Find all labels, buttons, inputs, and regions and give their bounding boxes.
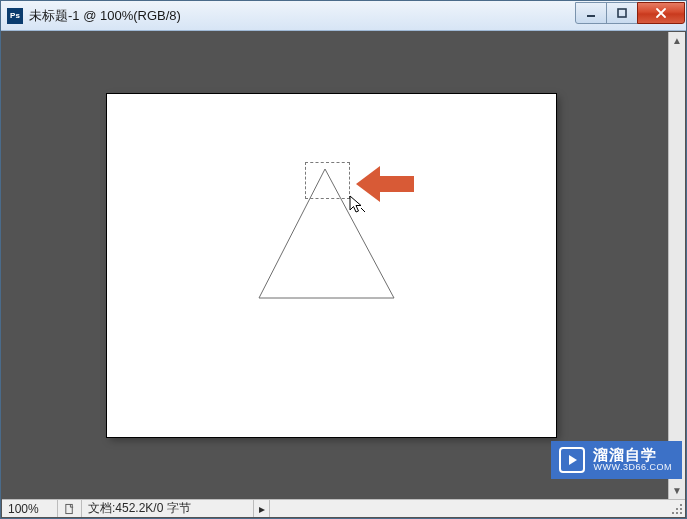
play-icon	[559, 447, 585, 473]
window-controls	[576, 2, 685, 24]
watermark-url: WWW.3D66.COM	[593, 463, 672, 473]
titlebar[interactable]: Ps 未标题-1 @ 100%(RGB/8)	[1, 1, 686, 31]
statusbar-filler	[270, 500, 685, 517]
watermark-badge: 溜溜自学 WWW.3D66.COM	[551, 441, 682, 479]
document-canvas[interactable]	[107, 94, 556, 437]
canvas-content	[107, 94, 556, 437]
app-icon: Ps	[7, 8, 23, 24]
window-title: 未标题-1 @ 100%(RGB/8)	[29, 7, 576, 25]
scroll-down-button[interactable]: ▼	[669, 482, 685, 499]
svg-rect-3	[680, 504, 682, 506]
app-window: Ps 未标题-1 @ 100%(RGB/8) ▲ ▼	[0, 0, 687, 519]
svg-rect-1	[618, 9, 626, 17]
vertical-scrollbar[interactable]: ▲ ▼	[668, 32, 685, 499]
doc-menu-button[interactable]	[58, 500, 82, 517]
svg-rect-4	[676, 508, 678, 510]
marquee-selection	[305, 162, 350, 199]
svg-rect-7	[676, 512, 678, 514]
resize-grip-icon[interactable]	[670, 502, 684, 516]
document-info[interactable]: 文档:452.2K/0 字节	[82, 500, 254, 517]
svg-rect-8	[680, 512, 682, 514]
close-button[interactable]	[637, 2, 685, 24]
statusbar: 100% 文档:452.2K/0 字节 ▸	[2, 499, 685, 517]
document-icon	[64, 503, 75, 515]
watermark-brand: 溜溜自学	[593, 447, 672, 464]
svg-rect-0	[587, 15, 595, 17]
scroll-up-button[interactable]: ▲	[669, 32, 685, 49]
statusbar-expand-button[interactable]: ▸	[254, 500, 270, 517]
zoom-level[interactable]: 100%	[2, 500, 58, 517]
maximize-button[interactable]	[606, 2, 638, 24]
svg-rect-2	[66, 504, 72, 513]
workarea: ▲ ▼	[2, 32, 685, 499]
svg-rect-6	[672, 512, 674, 514]
svg-rect-5	[680, 508, 682, 510]
minimize-button[interactable]	[575, 2, 607, 24]
